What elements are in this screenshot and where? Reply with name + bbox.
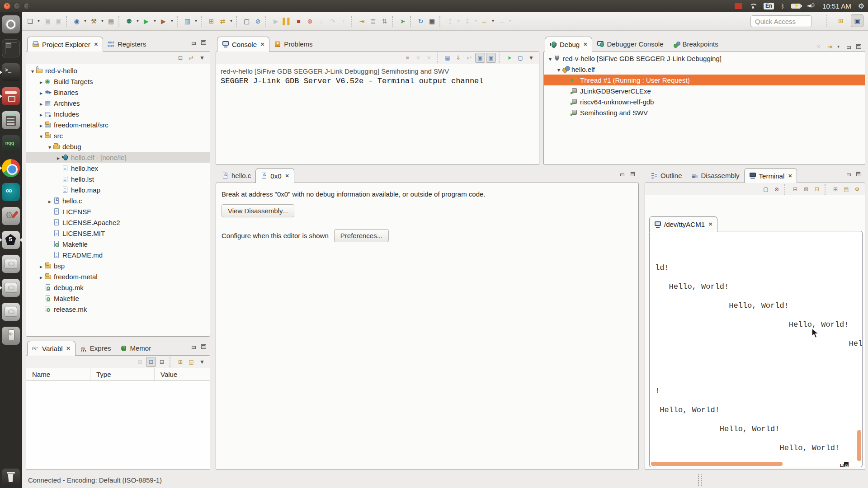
view-menu[interactable]: ▼ — [197, 53, 207, 63]
sash-drag-handle[interactable] — [698, 474, 702, 486]
collapse-all-button[interactable]: ⊟ — [157, 357, 167, 367]
expand-arrow-icon[interactable] — [38, 121, 44, 129]
forward-menu[interactable]: ▼ — [507, 15, 513, 28]
show-console-button[interactable]: ≣ — [368, 15, 379, 28]
word-wrap-button[interactable]: ↩ — [464, 53, 474, 63]
notepadqq-app-icon[interactable] — [0, 135, 22, 153]
chrome-app-icon[interactable] — [0, 159, 22, 177]
view-tab[interactable]: Registers — [103, 37, 151, 51]
remove-launch-button[interactable]: ✕ — [413, 53, 423, 63]
project-tree-item[interactable]: hello.c — [26, 195, 210, 206]
last-annotation-button[interactable]: ↥ — [444, 15, 456, 28]
link-editor-menu[interactable]: ▼ — [228, 15, 234, 28]
menu-item[interactable] — [37, 5, 48, 7]
view-tab[interactable]: Expres — [75, 341, 116, 355]
expand-arrow-icon[interactable] — [38, 99, 44, 107]
view-menu[interactable]: ▼ — [197, 357, 207, 367]
maximize-view-button[interactable] — [856, 172, 861, 176]
expand-arrow-icon[interactable] — [38, 132, 44, 140]
minimize-editor-button[interactable] — [620, 172, 625, 176]
view-menu[interactable]: ▼ — [835, 40, 841, 53]
display-console-button[interactable]: ▢ — [515, 53, 525, 63]
minimize-view-button[interactable] — [191, 40, 196, 45]
project-tree-item[interactable]: Build Targets — [26, 76, 210, 87]
editor-tab[interactable]: hello.c — [217, 169, 255, 183]
calculator-app-icon[interactable] — [0, 111, 22, 129]
minimize-view-button[interactable] — [191, 344, 196, 349]
sifive-tools-button[interactable]: ▥ — [182, 15, 193, 28]
memory-button[interactable]: ▦ — [426, 15, 438, 28]
close-tab-icon[interactable] — [285, 173, 289, 179]
close-tab-icon[interactable] — [94, 42, 98, 47]
show-logical-structure-button[interactable]: ⊡ — [146, 357, 156, 367]
link-editor-button[interactable]: ⇄ — [217, 15, 228, 28]
keyboard-layout-indicator[interactable]: En — [764, 3, 774, 9]
minimize-view-button[interactable] — [846, 44, 851, 49]
workspace-switcher-icon[interactable] — [0, 39, 22, 57]
view-tab[interactable]: Variabl — [27, 341, 75, 356]
console-menu[interactable]: ▼ — [526, 53, 536, 63]
expand-arrow-icon[interactable] — [38, 273, 44, 281]
variables-table-body[interactable] — [26, 381, 210, 469]
project-tree-item[interactable]: hello.lst — [26, 174, 210, 184]
disk-utility-3-icon[interactable] — [0, 303, 22, 321]
project-tree-item[interactable]: src — [26, 130, 210, 141]
disconnect-button[interactable]: ⊗ — [304, 15, 316, 28]
expand-arrow-icon[interactable] — [38, 110, 44, 118]
trash-icon[interactable] — [0, 469, 22, 487]
window-minimize-button[interactable] — [14, 3, 20, 9]
run-button[interactable]: ▶ — [141, 15, 152, 28]
save-all-button[interactable]: ▣ — [53, 15, 64, 28]
step-return-button[interactable]: ↑ — [338, 15, 349, 28]
build-button[interactable]: ⚒ — [88, 15, 99, 28]
remove-all-launches-button[interactable]: ✕ — [424, 53, 434, 63]
menu-item[interactable] — [84, 5, 95, 7]
next-annotation-button[interactable]: ↧ — [462, 15, 473, 28]
menu-item[interactable] — [95, 5, 107, 7]
instruction-stepping-button[interactable]: ⇥ — [356, 15, 368, 28]
editor-tab[interactable]: 0x0 — [255, 168, 294, 183]
expand-arrow-icon[interactable] — [38, 262, 44, 270]
expand-arrow-icon[interactable] — [547, 55, 553, 62]
project-tree-item[interactable]: freedom-metal — [26, 271, 210, 282]
project-tree-item[interactable]: Makefile — [26, 239, 210, 249]
show-type-names-button[interactable]: ⊞ — [135, 357, 145, 367]
project-tree-item[interactable]: debug — [26, 141, 210, 152]
project-tree-item[interactable]: release.mk — [26, 304, 210, 314]
view-tab[interactable]: Disassembly — [687, 169, 744, 183]
last-annotation-menu[interactable]: ▼ — [456, 15, 462, 28]
volume-icon[interactable] — [807, 3, 816, 9]
menu-item[interactable] — [60, 5, 72, 7]
project-tree-item[interactable]: debug.mk — [26, 282, 210, 293]
external-tools-button[interactable]: ▶ — [158, 15, 169, 28]
horizontal-scrollbar[interactable] — [651, 462, 783, 466]
pin-console-button[interactable]: ➤ — [505, 53, 514, 63]
project-tree-item[interactable]: hello.hex — [26, 163, 210, 174]
command-input-button[interactable]: ⊡ — [812, 184, 822, 194]
build-menu[interactable]: ▼ — [99, 15, 105, 28]
column-header-name[interactable]: Name — [26, 368, 90, 380]
expand-arrow-icon[interactable] — [38, 78, 44, 85]
view-tab[interactable]: Debugger Console — [592, 37, 668, 51]
detail-pane-button[interactable]: ◱ — [186, 357, 196, 367]
step-over-button[interactable]: ↷ — [327, 15, 338, 28]
open-console-button[interactable]: ▢ — [241, 15, 252, 28]
project-tree-item[interactable]: bsp — [26, 260, 210, 271]
freedom-studio-app-icon[interactable] — [0, 231, 22, 249]
paste-button[interactable]: ▤ — [841, 184, 851, 194]
column-header-value[interactable]: Value — [155, 368, 210, 380]
step-into-button[interactable]: ↓ — [316, 15, 327, 28]
project-tree-item[interactable]: red-v-hello — [26, 65, 210, 76]
debug-tree-item[interactable]: JLinkGDBServerCLExe — [544, 85, 865, 96]
back-menu[interactable]: ▼ — [490, 15, 496, 28]
minimize-view-button[interactable] — [846, 172, 851, 176]
scroll-on-output-button[interactable]: ▣ — [475, 53, 485, 63]
session-gear-icon[interactable]: ⚙ — [858, 2, 864, 10]
show-stderr-button[interactable]: ▣ — [486, 53, 496, 63]
menu-item[interactable] — [131, 5, 142, 7]
profile-button[interactable]: ➤ — [397, 15, 408, 28]
maximize-view-button[interactable] — [201, 40, 206, 45]
debug-menu[interactable]: ▼ — [135, 15, 141, 28]
step-filters-button[interactable]: ⇅ — [379, 15, 390, 28]
close-tab-icon[interactable] — [260, 42, 264, 47]
